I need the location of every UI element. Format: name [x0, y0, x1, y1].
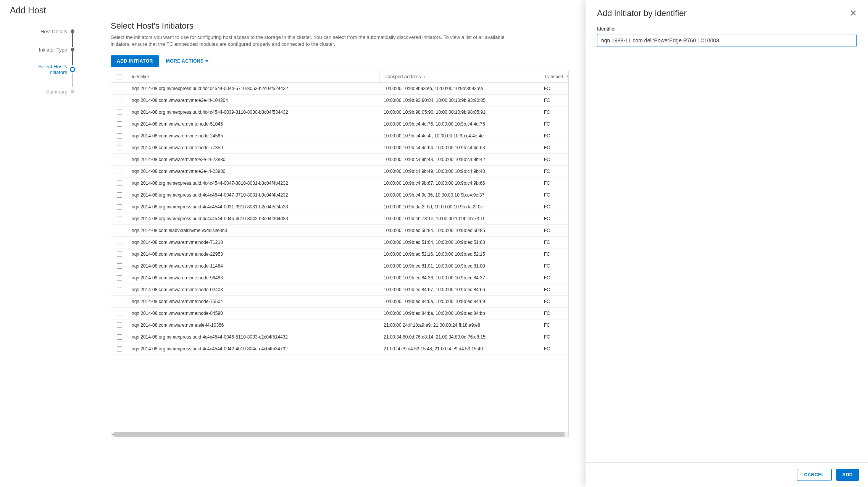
table-row[interactable]: nqn.2014-08.com.vmware:nvme:node-0240310… — [111, 284, 568, 296]
cell-transport-type: FC — [540, 201, 568, 213]
table-row[interactable]: nqn.2014-08.com.vmware:nvme:node-7735910… — [111, 142, 568, 154]
table-row[interactable]: nqn.2014-08.org.nvmexpress:uuid:4c4c4544… — [111, 106, 568, 118]
row-checkbox-cell[interactable] — [111, 83, 128, 94]
table-row[interactable]: nqn.2014-08.com.vmware:nvme:e2e-l4-10420… — [111, 95, 568, 106]
select-all-checkbox[interactable] — [117, 74, 122, 79]
table-row[interactable]: nqn.2014-08.com.vmware:nvme:node-9648310… — [111, 272, 568, 284]
row-checkbox[interactable] — [117, 240, 122, 245]
table-row[interactable]: nqn.2014-08.com.elabvxrail:nvme:vxrailsi… — [111, 225, 568, 237]
table-row[interactable]: nqn.2014-08.org.nvmexpress:uuid:4c4c4544… — [111, 201, 568, 213]
cell-transport-address: 10:00:00:10:9b:c4:9b:43, 10:00:00:10:9b:… — [380, 154, 540, 165]
cell-transport-type: FC — [540, 95, 568, 106]
row-checkbox[interactable] — [117, 275, 122, 281]
row-checkbox-cell[interactable] — [111, 319, 128, 331]
row-checkbox[interactable] — [117, 346, 122, 352]
table-row[interactable]: nqn.2014-08.com.vmware:nvme:e2e-l4-23980… — [111, 166, 568, 177]
row-checkbox-cell[interactable] — [111, 284, 128, 295]
table-row[interactable]: nqn.2014-08.com.vmware:nvme:node-1148410… — [111, 260, 568, 272]
row-checkbox[interactable] — [117, 181, 122, 186]
row-checkbox-cell[interactable] — [111, 213, 128, 224]
row-checkbox[interactable] — [117, 121, 122, 127]
step-summary[interactable]: Summary — [8, 85, 73, 98]
row-checkbox-cell[interactable] — [111, 237, 128, 248]
row-checkbox[interactable] — [117, 228, 122, 233]
table-row[interactable]: nqn.2014-08.org.nvmexpress:uuid:4c4c4544… — [111, 343, 568, 355]
cell-transport-type: FC — [540, 319, 568, 331]
cell-transport-address: 10:00:00:10:9b:c4:4e:64, 10:00:00:10:9b:… — [380, 142, 540, 153]
section-description: Select the initiators you want to use fo… — [111, 34, 523, 48]
row-checkbox[interactable] — [117, 192, 122, 198]
table-row[interactable]: nqn.2014-08.com.vmware:nvme:node-7121810… — [111, 237, 568, 248]
table-row[interactable]: nqn.2014-08.com.vmware:nvme:node-5104510… — [111, 118, 568, 130]
row-checkbox[interactable] — [117, 133, 122, 139]
row-checkbox[interactable] — [117, 204, 122, 210]
row-checkbox-cell[interactable] — [111, 343, 128, 355]
row-checkbox-cell[interactable] — [111, 118, 128, 130]
row-checkbox[interactable] — [117, 299, 122, 304]
row-checkbox-cell[interactable] — [111, 106, 128, 118]
row-checkbox[interactable] — [117, 98, 122, 103]
row-checkbox[interactable] — [117, 311, 122, 316]
row-checkbox[interactable] — [117, 334, 122, 340]
cell-identifier: nqn.2014-08.org.nvmexpress:uuid:4c4c4544… — [128, 189, 380, 201]
more-actions-button[interactable]: MORE ACTIONS — [166, 58, 208, 64]
row-checkbox[interactable] — [117, 157, 122, 162]
row-checkbox[interactable] — [117, 169, 122, 174]
cell-transport-type: FC — [540, 272, 568, 284]
cell-transport-address: 10:00:00:10:9b:c4:9c:36, 10:00:00:10:9b:… — [380, 189, 540, 201]
table-row[interactable]: nqn.2014-08.com.vmware:nvme:node-2295310… — [111, 248, 568, 260]
table-row[interactable]: nqn.2014-08.com.vmware:nvme:node-7550410… — [111, 296, 568, 308]
row-checkbox-cell[interactable] — [111, 260, 128, 272]
step-initiator-type[interactable]: Initiator Type — [8, 43, 73, 56]
row-checkbox-cell[interactable] — [111, 130, 128, 142]
table-row[interactable]: nqn.2014-08.org.nvmexpress:uuid:4c4c4544… — [111, 189, 568, 201]
step-select-initiators[interactable]: Select Host's Initiators — [8, 61, 73, 77]
add-button[interactable]: ADD — [836, 469, 859, 481]
cell-identifier: nqn.2014-08.org.nvmexpress:uuid:4c4c4544… — [128, 331, 380, 343]
row-checkbox-cell[interactable] — [111, 95, 128, 106]
select-all-cell[interactable] — [111, 71, 128, 82]
cell-transport-address: 10:00:00:10:9b:93:90:84, 10:00:00:10:9b:… — [380, 95, 540, 106]
row-checkbox-cell[interactable] — [111, 248, 128, 260]
row-checkbox-cell[interactable] — [111, 272, 128, 284]
table-row[interactable]: nqn.2014-08.com.vmware:nvme:node-2456510… — [111, 130, 568, 142]
cell-transport-type: FC — [540, 83, 568, 94]
col-identifier[interactable]: Identifier — [128, 71, 380, 82]
row-checkbox-cell[interactable] — [111, 225, 128, 236]
table-row[interactable]: nqn.2014-08.org.nvmexpress:uuid:4c4c4544… — [111, 331, 568, 343]
close-icon[interactable]: ✕ — [850, 8, 857, 18]
table-row[interactable]: nqn.2014-08.org.nvmexpress:uuid:4c4c4544… — [111, 177, 568, 189]
row-checkbox-cell[interactable] — [111, 201, 128, 213]
col-transport-type[interactable]: Transport Ty — [540, 71, 568, 82]
identifier-input[interactable] — [597, 34, 857, 47]
row-checkbox-cell[interactable] — [111, 154, 128, 165]
cancel-button[interactable]: CANCEL — [797, 469, 832, 481]
cell-transport-address: 10:00:00:10:9b:c4:4d:76, 10:00:00:10:9b:… — [380, 118, 540, 130]
row-checkbox-cell[interactable] — [111, 331, 128, 343]
add-initiator-button[interactable]: ADD INITIATOR — [111, 55, 159, 67]
step-host-details[interactable]: Host Details — [8, 25, 73, 38]
row-checkbox[interactable] — [117, 216, 122, 221]
row-checkbox-cell[interactable] — [111, 177, 128, 189]
row-checkbox-cell[interactable] — [111, 308, 128, 319]
cell-transport-address: 10:00:00:10:9b:ec:84:6a, 10:00:00:10:9b:… — [380, 296, 540, 307]
table-row[interactable]: nqn.2014-08.com.vmware:nvme:ele-l4-10366… — [111, 319, 568, 331]
row-checkbox[interactable] — [117, 287, 122, 292]
table-row[interactable]: nqn.2014-08.com.vmware:nvme:node-8459010… — [111, 308, 568, 319]
row-checkbox[interactable] — [117, 110, 122, 115]
horizontal-scrollbar[interactable]: ◄ — [111, 432, 568, 437]
row-checkbox[interactable] — [117, 145, 122, 150]
row-checkbox-cell[interactable] — [111, 142, 128, 153]
row-checkbox-cell[interactable] — [111, 166, 128, 177]
col-transport-address[interactable]: Transport Address ↑ — [380, 71, 540, 82]
table-row[interactable]: nqn.2014-08.com.vmware:nvme:e2e-l4-23880… — [111, 154, 568, 166]
row-checkbox[interactable] — [117, 323, 122, 328]
table-row[interactable]: nqn.2014-08.org.nvmexpress:uuid:4c4c4544… — [111, 213, 568, 225]
row-checkbox-cell[interactable] — [111, 189, 128, 201]
row-checkbox[interactable] — [117, 252, 122, 257]
table-row[interactable]: nqn.2014-08.org.nvmexpress:uuid:4c4c4544… — [111, 83, 568, 95]
row-checkbox[interactable] — [117, 263, 122, 269]
row-checkbox[interactable] — [117, 86, 122, 91]
row-checkbox-cell[interactable] — [111, 296, 128, 307]
scroll-thumb[interactable] — [114, 432, 565, 437]
